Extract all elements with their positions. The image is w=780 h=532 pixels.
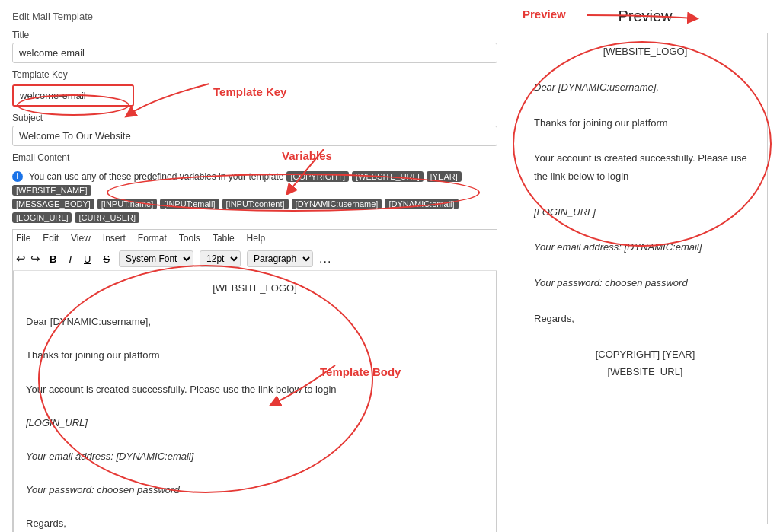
editor-line-blank4 [26,398,484,415]
var-tag-message-body[interactable]: [MESSAGE_BODY] [12,199,94,209]
preview-line-account: Your account is created successfully. Pl… [534,149,756,185]
var-tag-website-url[interactable]: [WEBSITE_URL] [352,171,424,182]
template-key-label: Template Key [12,69,497,80]
title-input[interactable] [12,43,497,63]
var-tag-dynamic-username[interactable]: [DYNAMIC:username] [292,199,382,209]
menu-tools[interactable]: Tools [179,233,200,244]
preview-line-copyright: [COPYRIGHT] [YEAR] [534,346,756,363]
preview-line-dear: Dear [DYNAMIC:username], [534,78,756,96]
preview-line-website-url: [WEBSITE_URL] [534,363,756,381]
strikethrough-button[interactable]: S [100,252,113,266]
info-icon: i [12,171,23,182]
editor-line-logo: [WEBSITE_LOGO] [26,280,484,297]
preview-title: Preview [523,8,768,25]
subject-input[interactable] [12,126,497,146]
right-panel: Preview Preview [WEBSITE_LOGO] Dear [DYN… [510,0,780,532]
editor-line-blank6 [26,465,484,482]
editor-line-blank1 [26,297,484,314]
editor-line-thanks: Thanks for joining our platform [26,347,484,364]
editor-line-blank2 [26,330,484,347]
var-tag-login-url[interactable]: [LOGIN_URL] [12,212,72,223]
template-key-input[interactable] [12,84,134,107]
var-tags-row2: [MESSAGE_BODY] [INPUT:name] [INPUT:email… [12,199,497,223]
editor-line-blank7 [26,499,484,515]
preview-line-blank6 [534,256,756,274]
underline-button[interactable]: U [81,252,94,266]
template-key-field-group: Template Key [12,69,497,107]
var-tag-curr-user[interactable]: [CURR_USER] [75,212,139,223]
preview-line-regards: Regards, [534,310,756,327]
subject-label: Subject [12,113,497,123]
page-title: Edit Mail Template [12,11,497,22]
undo-button[interactable]: ↩ [16,252,26,266]
subject-field-group: Subject [12,113,497,146]
var-tag-input-email[interactable]: [INPUT:email] [160,199,219,209]
var-tag-input-name[interactable]: [INPUT:name] [98,199,157,209]
more-options-button[interactable]: ... [319,252,331,266]
redo-button[interactable]: ↪ [30,252,40,266]
editor-line-account: Your account is created successfully. Pl… [26,381,484,398]
preview-line-login-url: [LOGIN_URL] [534,203,756,221]
var-tag-dynamic-email[interactable]: [DYNAMIC:email] [385,199,458,209]
title-field-group: Title [12,30,497,63]
var-tag-website-name[interactable]: [WEBSITE_NAME] [12,185,91,196]
variables-section: i You can use any of these predefined va… [12,171,497,223]
left-panel: Edit Mail Template Title Template Key Su… [0,0,510,532]
preview-line-password: Your password: choosen password [534,274,756,291]
preview-line-blank1 [534,60,756,78]
preview-line-thanks: Thanks for joining our platform [534,114,756,132]
preview-line-blank2 [534,96,756,113]
undo-redo-group: ↩ ↪ [16,252,40,266]
editor-content: [WEBSITE_LOGO] Dear [DYNAMIC:username], … [26,280,484,532]
preview-line-blank7 [534,291,756,309]
editor-line-blank3 [26,364,484,381]
editor-line-blank5 [26,432,484,448]
preview-line-blank5 [534,221,756,238]
paragraph-select[interactable]: Paragraph [247,250,313,267]
menu-view[interactable]: View [71,233,91,244]
title-label: Title [12,30,497,40]
var-tag-input-content[interactable]: [INPUT:content] [222,199,289,209]
menu-help[interactable]: Help [247,233,266,244]
preview-line-logo: [WEBSITE_LOGO] [534,43,756,60]
font-size-select[interactable]: 12pt [200,250,241,267]
editor-line-dear: Dear [DYNAMIC:username], [26,314,484,330]
menu-format[interactable]: Format [138,233,167,244]
menu-table[interactable]: Table [213,233,235,244]
email-content-label: Email Content [12,152,497,163]
variables-info-row: i You can use any of these predefined va… [12,171,497,196]
menu-insert[interactable]: Insert [103,233,126,244]
font-select[interactable]: System Font [119,250,193,267]
menu-edit[interactable]: Edit [43,233,59,244]
preview-line-email: Your email address: [DYNAMIC:email] [534,238,756,256]
editor-body[interactable]: [WEBSITE_LOGO] Dear [DYNAMIC:username], … [13,271,497,532]
preview-line-blank4 [534,185,756,202]
editor-line-regards: Regards, [26,515,484,532]
preview-box: [WEBSITE_LOGO] Dear [DYNAMIC:username], … [523,33,768,524]
preview-line-blank3 [534,132,756,149]
editor-format-bar: ↩ ↪ B I U S System Font 12pt Paragraph .… [13,247,497,271]
var-tag-year[interactable]: [YEAR] [427,171,462,182]
var-tag-copyright[interactable]: [COPYRIGHT] [286,171,349,182]
editor-line-login-url: [LOGIN_URL] [26,415,484,432]
editor-line-password: Your password: choosen password [26,482,484,499]
italic-button[interactable]: I [66,252,75,266]
editor-menu-bar: File Edit View Insert Format Tools Table… [13,230,497,247]
bold-button[interactable]: B [46,252,59,266]
preview-line-blank8 [534,327,756,345]
menu-file[interactable]: File [16,233,30,244]
editor-line-email: Your email address: [DYNAMIC:email] [26,448,484,465]
